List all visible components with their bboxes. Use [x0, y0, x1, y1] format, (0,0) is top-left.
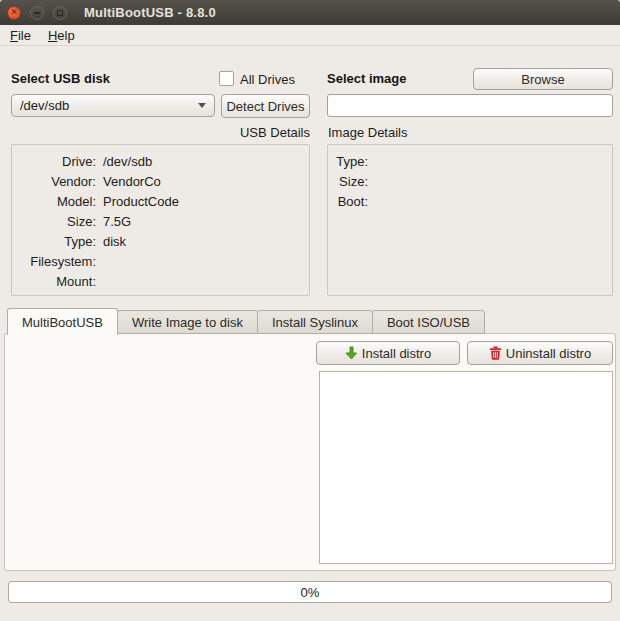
maximize-icon[interactable] — [53, 6, 67, 20]
usb-detail-label: Size: — [12, 214, 96, 229]
image-detail-row: Type: — [328, 151, 612, 171]
installed-distros-list[interactable] — [319, 371, 613, 564]
usb-detail-label: Model: — [12, 194, 96, 209]
usb-detail-label: Drive: — [12, 154, 96, 169]
usb-detail-label: Filesystem: — [12, 254, 96, 269]
multibootusb-tab-pane: Install distro Uninstall distro — [4, 333, 616, 571]
usb-disk-selected-value: /dev/sdb — [20, 98, 192, 113]
usb-detail-label: Vendor: — [12, 174, 96, 189]
uninstall-distro-button[interactable]: Uninstall distro — [467, 341, 613, 365]
browse-button[interactable]: Browse — [473, 68, 613, 90]
usb-details-title: USB Details — [11, 125, 310, 140]
usb-detail-row: Type: disk — [12, 231, 309, 251]
maximize-glyph — [57, 10, 63, 16]
image-path-input[interactable] — [327, 94, 613, 117]
close-icon[interactable]: ✕ — [7, 6, 21, 20]
usb-detail-label: Mount: — [12, 274, 96, 289]
usb-detail-row: Mount: — [12, 271, 309, 291]
all-drives-checkbox[interactable] — [219, 71, 234, 86]
menu-file[interactable]: File — [8, 26, 38, 45]
usb-detail-row: Drive: /dev/sdb — [12, 151, 309, 171]
tab-boot-iso-usb[interactable]: Boot ISO/USB — [372, 310, 485, 334]
detect-drives-button[interactable]: Detect Drives — [221, 94, 310, 118]
menubar: File Help — [0, 25, 620, 46]
usb-detail-row: Filesystem: — [12, 251, 309, 271]
tab-write-image-to-disk[interactable]: Write Image to disk — [117, 310, 258, 334]
select-image-label: Select image — [327, 71, 407, 86]
usb-details-panel: Drive: /dev/sdb Vendor: VendorCo Model: … — [11, 144, 310, 296]
progress-value: 0% — [301, 585, 320, 600]
window-title: MultiBootUSB - 8.8.0 — [84, 5, 216, 20]
usb-detail-label: Type: — [12, 234, 96, 249]
install-distro-button[interactable]: Install distro — [316, 341, 460, 365]
usb-disk-select[interactable]: /dev/sdb — [11, 94, 215, 117]
red-trash-icon — [489, 346, 502, 360]
usb-detail-value: disk — [103, 234, 126, 249]
usb-detail-value: ProductCode — [103, 194, 179, 209]
chevron-down-icon — [198, 103, 206, 108]
tab-install-syslinux[interactable]: Install Syslinux — [257, 310, 373, 334]
select-usb-disk-label: Select USB disk — [11, 71, 110, 86]
image-detail-row: Size: — [328, 171, 612, 191]
image-detail-label: Size: — [328, 174, 368, 189]
install-distro-label: Install distro — [362, 346, 431, 361]
usb-detail-value: 7.5G — [103, 214, 131, 229]
progress-bar: 0% — [8, 581, 612, 603]
tab-multibootusb[interactable]: MultiBootUSB — [7, 308, 118, 335]
usb-detail-value: VendorCo — [103, 174, 161, 189]
usb-detail-row: Size: 7.5G — [12, 211, 309, 231]
image-details-title: Image Details — [328, 125, 407, 140]
menu-help[interactable]: Help — [46, 26, 82, 45]
titlebar: ✕ MultiBootUSB - 8.8.0 — [0, 0, 620, 25]
green-down-arrow-icon — [345, 346, 358, 360]
usb-detail-row: Vendor: VendorCo — [12, 171, 309, 191]
usb-detail-row: Model: ProductCode — [12, 191, 309, 211]
image-detail-label: Boot: — [328, 194, 368, 209]
all-drives-label: All Drives — [240, 72, 295, 87]
minimize-glyph — [34, 12, 40, 14]
usb-detail-value: /dev/sdb — [103, 154, 152, 169]
image-detail-label: Type: — [328, 154, 368, 169]
tabbar: MultiBootUSB Write Image to disk Install… — [7, 310, 484, 334]
image-detail-row: Boot: — [328, 191, 612, 211]
image-details-panel: Type: Size: Boot: — [327, 144, 613, 296]
multibootusb-window: ✕ MultiBootUSB - 8.8.0 File Help Select … — [0, 0, 620, 621]
uninstall-distro-label: Uninstall distro — [506, 346, 591, 361]
minimize-icon[interactable] — [30, 6, 44, 20]
